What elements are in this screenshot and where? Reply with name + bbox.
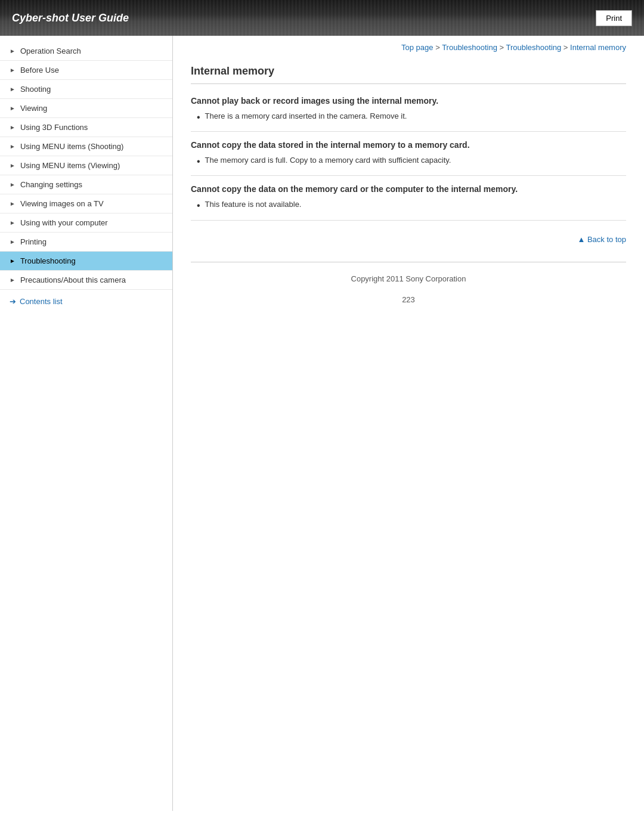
- breadcrumb-internal-memory[interactable]: Internal memory: [570, 43, 626, 52]
- sidebar-item-printing[interactable]: ► Printing: [0, 233, 172, 252]
- sidebar-item-label: Using with your computer: [20, 218, 108, 227]
- sidebar-item-before-use[interactable]: ► Before Use: [0, 61, 172, 80]
- section-1-heading: Cannot play back or record images using …: [191, 96, 626, 106]
- contents-list-label: Contents list: [20, 297, 63, 306]
- sidebar-item-using-computer[interactable]: ► Using with your computer: [0, 213, 172, 233]
- arrow-icon: ►: [10, 239, 16, 245]
- contents-list-link[interactable]: ➔ Contents list: [0, 290, 172, 313]
- sidebar-item-shooting[interactable]: ► Shooting: [0, 80, 172, 99]
- sidebar-item-viewing-tv[interactable]: ► Viewing images on a TV: [0, 194, 172, 213]
- bullet-text: There is a memory card inserted in the c…: [205, 112, 407, 120]
- breadcrumb-top-page[interactable]: Top page: [401, 43, 434, 52]
- section-1: Cannot play back or record images using …: [191, 96, 626, 132]
- arrow-icon: ►: [10, 143, 16, 150]
- layout: ► Operation Search ► Before Use ► Shooti…: [0, 36, 644, 811]
- arrow-icon: ►: [10, 105, 16, 112]
- sidebar-item-label: Changing settings: [20, 180, 82, 189]
- triangle-up-icon: ▲: [577, 235, 585, 244]
- back-to-top-label: Back to top: [587, 235, 626, 244]
- section-2-bullet-1: • The memory card is full. Copy to a mem…: [197, 156, 626, 167]
- sidebar-item-label: Before Use: [20, 66, 59, 75]
- sidebar-item-menu-shooting[interactable]: ► Using MENU items (Shooting): [0, 137, 172, 156]
- sidebar-item-label: Shooting: [20, 85, 51, 94]
- print-button[interactable]: Print: [596, 10, 632, 26]
- copyright-text: Copyright 2011 Sony Corporation: [351, 274, 466, 283]
- back-to-top-link[interactable]: ▲ Back to top: [577, 235, 626, 244]
- back-to-top[interactable]: ▲ Back to top: [191, 229, 626, 250]
- arrow-icon: ►: [10, 124, 16, 131]
- page-number: 223: [191, 289, 626, 310]
- arrow-icon: ►: [10, 67, 16, 73]
- sidebar-item-label: Viewing images on a TV: [20, 199, 104, 208]
- main-content: Top page > Troubleshooting > Troubleshoo…: [173, 36, 644, 328]
- footer: Copyright 2011 Sony Corporation: [191, 262, 626, 289]
- bullet-text: The memory card is full. Copy to a memor…: [205, 156, 451, 165]
- arrow-right-icon: ➔: [10, 297, 16, 306]
- header-title: Cyber-shot User Guide: [0, 12, 129, 24]
- bullet-icon: •: [197, 112, 200, 123]
- sidebar-item-label: Precautions/About this camera: [20, 275, 126, 284]
- sidebar-item-label: Using 3D Functions: [20, 123, 88, 132]
- sidebar-item-operation-search[interactable]: ► Operation Search: [0, 42, 172, 61]
- sidebar-item-label: Troubleshooting: [20, 256, 76, 265]
- breadcrumb-troubleshooting-1[interactable]: Troubleshooting: [442, 43, 497, 52]
- sidebar-item-label: Using MENU items (Viewing): [20, 161, 120, 170]
- bullet-icon: •: [197, 200, 200, 211]
- breadcrumb-separator: >: [500, 43, 506, 52]
- sidebar: ► Operation Search ► Before Use ► Shooti…: [0, 36, 173, 811]
- arrow-icon: ►: [10, 48, 16, 54]
- header: Cyber-shot User Guide Print: [0, 0, 644, 36]
- breadcrumb: Top page > Troubleshooting > Troubleshoo…: [191, 36, 626, 57]
- section-2: Cannot copy the data stored in the inter…: [191, 140, 626, 176]
- breadcrumb-separator: >: [564, 43, 570, 52]
- sidebar-item-changing-settings[interactable]: ► Changing settings: [0, 175, 172, 194]
- sidebar-item-label: Operation Search: [20, 47, 81, 55]
- section-3-heading: Cannot copy the data on the memory card …: [191, 184, 626, 194]
- sidebar-item-precautions[interactable]: ► Precautions/About this camera: [0, 271, 172, 290]
- sidebar-item-3d-functions[interactable]: ► Using 3D Functions: [0, 118, 172, 137]
- sidebar-item-label: Using MENU items (Shooting): [20, 142, 123, 151]
- sidebar-item-viewing[interactable]: ► Viewing: [0, 99, 172, 118]
- arrow-icon: ►: [10, 181, 16, 188]
- section-1-bullet-1: • There is a memory card inserted in the…: [197, 112, 626, 123]
- section-2-heading: Cannot copy the data stored in the inter…: [191, 140, 626, 150]
- arrow-icon: ►: [10, 200, 16, 207]
- arrow-icon: ►: [10, 219, 16, 226]
- breadcrumb-troubleshooting-2[interactable]: Troubleshooting: [506, 43, 561, 52]
- arrow-icon: ►: [10, 162, 16, 169]
- bullet-text: This feature is not available.: [205, 200, 302, 209]
- section-3-bullet-1: • This feature is not available.: [197, 200, 626, 211]
- section-3: Cannot copy the data on the memory card …: [191, 184, 626, 220]
- sidebar-item-menu-viewing[interactable]: ► Using MENU items (Viewing): [0, 156, 172, 175]
- sidebar-item-label: Viewing: [20, 104, 47, 113]
- sidebar-item-label: Printing: [20, 237, 47, 246]
- arrow-icon: ►: [10, 86, 16, 92]
- sidebar-item-troubleshooting[interactable]: ► Troubleshooting: [0, 252, 172, 271]
- arrow-icon: ►: [10, 258, 16, 264]
- bullet-icon: •: [197, 156, 200, 167]
- arrow-icon: ►: [10, 277, 16, 283]
- breadcrumb-separator: >: [435, 43, 442, 52]
- page-title: Internal memory: [191, 57, 626, 84]
